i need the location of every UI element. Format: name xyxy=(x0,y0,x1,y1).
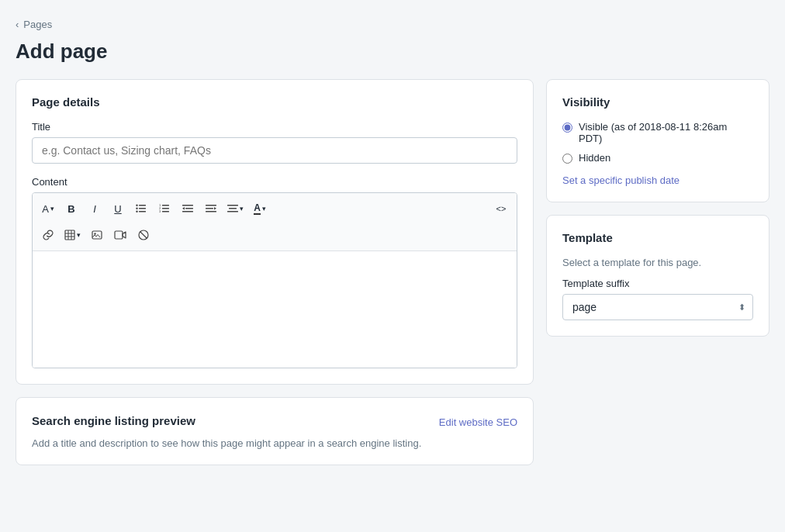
edit-seo-link[interactable]: Edit website SEO xyxy=(439,416,517,428)
svg-rect-6 xyxy=(162,205,169,206)
editor-toolbar: A ▾ B I U xyxy=(33,193,517,251)
svg-rect-8 xyxy=(162,211,169,212)
page-details-title: Page details xyxy=(32,95,517,109)
block-button[interactable] xyxy=(133,224,154,246)
right-column: Visibility Visible (as of 2018-08-11 8:2… xyxy=(546,79,769,337)
svg-point-4 xyxy=(136,208,137,209)
visible-option: Visible (as of 2018-08-11 8:26am PDT) xyxy=(562,121,753,144)
font-color-dropdown-arrow: ▾ xyxy=(262,205,266,212)
visible-radio[interactable] xyxy=(562,123,572,133)
page-details-card: Page details Title Content A ▾ xyxy=(16,79,534,385)
svg-rect-14 xyxy=(182,211,193,212)
suffix-select[interactable]: page contact faq about xyxy=(562,294,753,320)
code-view-button[interactable]: <> xyxy=(490,198,512,219)
align-dropdown-arrow: ▾ xyxy=(240,205,244,212)
editor-body[interactable] xyxy=(33,251,517,368)
seo-header: Search engine listing preview Edit websi… xyxy=(32,413,517,428)
hidden-label: Hidden xyxy=(579,152,610,164)
svg-rect-21 xyxy=(229,208,237,209)
svg-rect-1 xyxy=(139,208,146,209)
ordered-list-button[interactable]: 123 xyxy=(154,198,175,219)
seo-description: Add a title and description to see how t… xyxy=(32,437,517,449)
svg-text:3: 3 xyxy=(159,209,161,213)
visibility-card: Visibility Visible (as of 2018-08-11 8:2… xyxy=(546,79,769,202)
italic-button[interactable]: I xyxy=(84,198,105,219)
publish-date-link[interactable]: Set a specific publish date xyxy=(562,174,680,186)
content-editor: A ▾ B I U xyxy=(32,192,517,368)
image-button[interactable] xyxy=(86,224,108,246)
template-description: Select a template for this page. xyxy=(562,257,753,268)
hidden-option: Hidden xyxy=(562,152,753,164)
underline-button[interactable]: U xyxy=(107,198,129,219)
svg-point-5 xyxy=(136,211,137,212)
title-input[interactable] xyxy=(32,137,517,164)
breadcrumb[interactable]: ‹ Pages xyxy=(16,19,769,30)
font-dropdown-arrow: ▾ xyxy=(50,205,54,212)
svg-rect-13 xyxy=(185,208,193,209)
visibility-title: Visibility xyxy=(562,95,753,109)
breadcrumb-label[interactable]: Pages xyxy=(23,19,52,30)
indent-right-button[interactable] xyxy=(200,198,222,219)
bold-button[interactable]: B xyxy=(61,198,82,219)
svg-rect-20 xyxy=(227,205,238,206)
svg-point-29 xyxy=(94,233,95,234)
suffix-select-wrapper: page contact faq about ⬍ xyxy=(562,294,753,320)
svg-rect-0 xyxy=(139,205,146,206)
page-title: Add page xyxy=(16,40,769,64)
font-color-button[interactable]: A ▾ xyxy=(249,198,271,219)
svg-rect-16 xyxy=(206,205,216,206)
svg-marker-15 xyxy=(182,207,185,210)
svg-rect-2 xyxy=(139,211,146,212)
table-button[interactable]: ▾ xyxy=(61,224,85,246)
svg-rect-12 xyxy=(182,205,193,206)
video-button[interactable] xyxy=(109,224,131,246)
unordered-list-button[interactable] xyxy=(130,198,152,219)
seo-title: Search engine listing preview xyxy=(32,414,195,427)
visible-label: Visible (as of 2018-08-11 8:26am PDT) xyxy=(579,121,753,144)
svg-line-32 xyxy=(140,232,147,239)
svg-rect-17 xyxy=(206,208,213,209)
svg-rect-23 xyxy=(65,230,74,240)
svg-rect-30 xyxy=(115,231,123,239)
align-button[interactable]: ▾ xyxy=(223,198,247,219)
chevron-left-icon: ‹ xyxy=(16,19,19,30)
font-button[interactable]: A ▾ xyxy=(37,198,59,219)
template-card: Template Select a template for this page… xyxy=(546,215,769,337)
suffix-label: Template suffix xyxy=(562,278,753,289)
title-label: Title xyxy=(32,121,517,133)
content-label: Content xyxy=(32,176,517,188)
svg-rect-18 xyxy=(206,211,216,212)
left-column: Page details Title Content A ▾ xyxy=(16,79,534,465)
svg-point-3 xyxy=(136,205,137,206)
font-icon: A xyxy=(42,203,49,215)
indent-left-button[interactable] xyxy=(177,198,199,219)
template-title: Template xyxy=(562,231,753,244)
toolbar-row-2: ▾ xyxy=(36,223,514,247)
toolbar-row-1: A ▾ B I U xyxy=(36,196,514,221)
seo-card: Search engine listing preview Edit websi… xyxy=(16,397,534,465)
svg-marker-19 xyxy=(214,207,216,210)
link-button[interactable] xyxy=(37,224,59,246)
hidden-radio[interactable] xyxy=(562,154,572,164)
svg-rect-7 xyxy=(162,208,169,209)
svg-rect-22 xyxy=(227,211,238,212)
